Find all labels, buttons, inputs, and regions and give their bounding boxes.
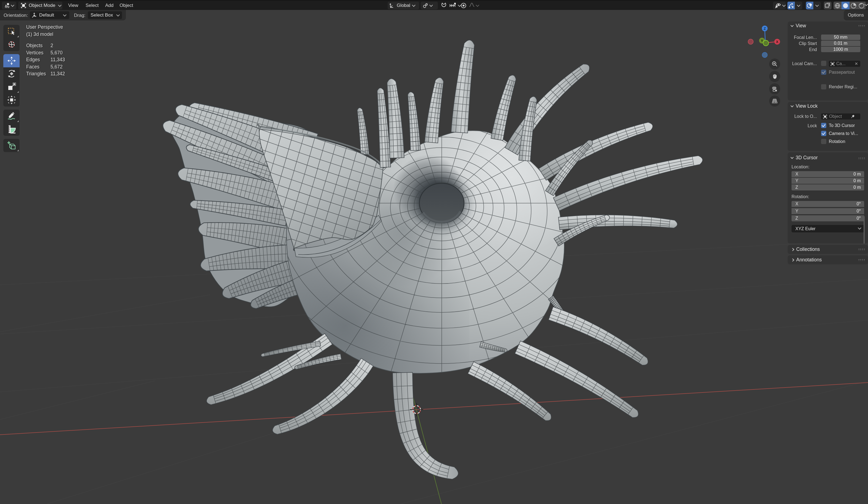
svg-text:X: X bbox=[776, 40, 778, 44]
svg-text:Z: Z bbox=[764, 27, 766, 31]
svg-text:Y: Y bbox=[761, 39, 763, 43]
